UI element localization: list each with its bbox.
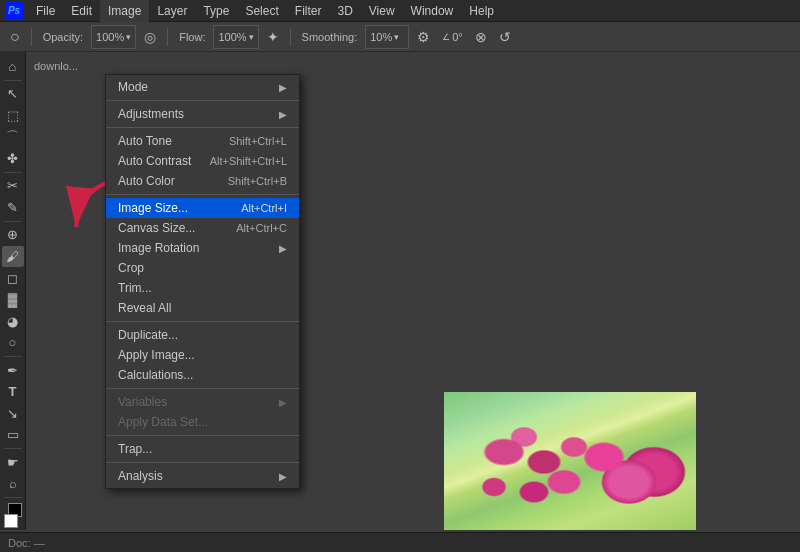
background-color[interactable] [4, 514, 18, 528]
menu-trap[interactable]: Trap... [106, 439, 299, 459]
image-dropdown-menu: Mode ▶ Adjustments ▶ Auto Tone Shift+Ctr… [105, 74, 300, 489]
variables-arrow: ▶ [279, 397, 287, 408]
tool-marquee-rect[interactable]: ⬚ [2, 105, 24, 126]
tool-path-select[interactable]: ↘ [2, 403, 24, 424]
calculations-label: Calculations... [118, 368, 193, 382]
document-tab[interactable]: downlo... [34, 60, 78, 72]
menu-trim[interactable]: Trim... [106, 278, 299, 298]
tool-dodge[interactable]: ○ [2, 332, 24, 353]
tool-brush[interactable]: 🖌 [2, 246, 24, 267]
tool-type[interactable]: T [2, 381, 24, 402]
menu-3d[interactable]: 3D [329, 0, 360, 22]
menu-view[interactable]: View [361, 0, 403, 22]
main-layout: ⌂ ↖ ⬚ ⌒ ✤ ✂ ✎ ⊕ 🖌 ◻ ▓ ◕ ○ ✒ T ↘ ▭ ☛ ⌕ do… [0, 52, 800, 530]
menu-window[interactable]: Window [403, 0, 462, 22]
tool-lasso[interactable]: ⌒ [2, 127, 24, 148]
toolbar-sep-3 [290, 28, 291, 46]
menu-variables[interactable]: Variables ▶ [106, 392, 299, 412]
left-toolbar: ⌂ ↖ ⬚ ⌒ ✤ ✂ ✎ ⊕ 🖌 ◻ ▓ ◕ ○ ✒ T ↘ ▭ ☛ ⌕ [0, 52, 26, 530]
menu-duplicate[interactable]: Duplicate... [106, 325, 299, 345]
menu-adjustments[interactable]: Adjustments ▶ [106, 104, 299, 124]
flow-text: Flow: [179, 31, 205, 43]
photoshop-logo: Ps [5, 2, 23, 20]
tool-shape[interactable]: ▭ [2, 425, 24, 446]
menu-bar: Ps File Edit Image Layer Type Select Fil… [0, 0, 800, 22]
smoothing-chevron: ▾ [394, 32, 399, 42]
tool-gradient[interactable]: ▓ [2, 289, 24, 310]
auto-color-shortcut: Shift+Ctrl+B [228, 175, 287, 187]
menu-apply-image[interactable]: Apply Image... [106, 345, 299, 365]
tool-eraser[interactable]: ◻ [2, 268, 24, 289]
canvas-area: downlo... Mode ▶ Adjustments ▶ [26, 52, 800, 530]
tool-spot-heal[interactable]: ⊕ [2, 225, 24, 246]
menu-crop[interactable]: Crop [106, 258, 299, 278]
menu-help[interactable]: Help [461, 0, 502, 22]
sep-7 [106, 462, 299, 463]
adjustments-arrow: ▶ [279, 109, 287, 120]
menu-image-rotation[interactable]: Image Rotation ▶ [106, 238, 299, 258]
opacity-value[interactable]: 100% ▾ [91, 25, 136, 49]
sep-4 [106, 321, 299, 322]
angle-number: 0° [452, 31, 463, 43]
menu-calculations[interactable]: Calculations... [106, 365, 299, 385]
menu-type[interactable]: Type [195, 0, 237, 22]
menu-reveal-all[interactable]: Reveal All [106, 298, 299, 318]
symmetry-icon: ⊗ [471, 25, 491, 49]
menu-auto-color[interactable]: Auto Color Shift+Ctrl+B [106, 171, 299, 191]
apply-image-label: Apply Image... [118, 348, 195, 362]
angle-value: ∠ 0° [438, 25, 467, 49]
menu-canvas-size[interactable]: Canvas Size... Alt+Ctrl+C [106, 218, 299, 238]
mode-arrow: ▶ [279, 82, 287, 93]
tool-crop[interactable]: ✂ [2, 176, 24, 197]
apply-dataset-label: Apply Data Set... [118, 415, 208, 429]
menu-select[interactable]: Select [237, 0, 286, 22]
tool-pen[interactable]: ✒ [2, 360, 24, 381]
menu-filter[interactable]: Filter [287, 0, 330, 22]
menu-image-size[interactable]: Image Size... Alt+Ctrl+I [106, 198, 299, 218]
tool-zoom[interactable]: ⌕ [2, 474, 24, 495]
menu-edit[interactable]: Edit [63, 0, 100, 22]
variables-label: Variables [118, 395, 167, 409]
tool-sep-4 [4, 448, 22, 449]
tool-blur[interactable]: ◕ [2, 311, 24, 332]
menu-apply-dataset[interactable]: Apply Data Set... [106, 412, 299, 432]
smoothing-value[interactable]: 10% ▾ [365, 25, 409, 49]
menu-image[interactable]: Image [100, 0, 149, 22]
toolbar-sep-2 [167, 28, 168, 46]
image-rotation-arrow: ▶ [279, 243, 287, 254]
menu-auto-tone[interactable]: Auto Tone Shift+Ctrl+L [106, 131, 299, 151]
menu-mode[interactable]: Mode ▶ [106, 77, 299, 97]
smoothing-label: Smoothing: [298, 25, 362, 49]
trim-label: Trim... [118, 281, 152, 295]
tool-home[interactable]: ⌂ [2, 56, 24, 77]
tool-sep-2 [4, 221, 22, 222]
flow-value[interactable]: 100% ▾ [213, 25, 258, 49]
angle-icon: ∠ [442, 32, 450, 42]
status-bar: Doc: — [0, 532, 800, 552]
trap-label: Trap... [118, 442, 152, 456]
pressure-opacity-icon: ◎ [140, 25, 160, 49]
tool-sep-3 [4, 356, 22, 357]
tool-magic-wand[interactable]: ✤ [2, 148, 24, 169]
image-size-shortcut: Alt+Ctrl+I [241, 202, 287, 214]
menu-file[interactable]: File [28, 0, 63, 22]
sep-6 [106, 435, 299, 436]
smoothing-options-icon: ⚙ [413, 25, 434, 49]
image-rotation-label: Image Rotation [118, 241, 199, 255]
tool-move[interactable]: ↖ [2, 83, 24, 104]
menu-analysis[interactable]: Analysis ▶ [106, 466, 299, 486]
opacity-number: 100% [96, 31, 124, 43]
opacity-label: Opacity: [39, 25, 87, 49]
tool-hand[interactable]: ☛ [2, 452, 24, 473]
menu-auto-contrast[interactable]: Auto Contrast Alt+Shift+Ctrl+L [106, 151, 299, 171]
image-size-label: Image Size... [118, 201, 188, 215]
flow-chevron: ▾ [249, 32, 254, 42]
tool-eyedropper[interactable]: ✎ [2, 197, 24, 218]
analysis-label: Analysis [118, 469, 163, 483]
auto-tone-label: Auto Tone [118, 134, 172, 148]
menu-layer[interactable]: Layer [149, 0, 195, 22]
opacity-chevron: ▾ [126, 32, 131, 42]
tool-sep-0 [4, 80, 22, 81]
status-info: Doc: — [8, 537, 45, 549]
flow-label: Flow: [175, 25, 209, 49]
